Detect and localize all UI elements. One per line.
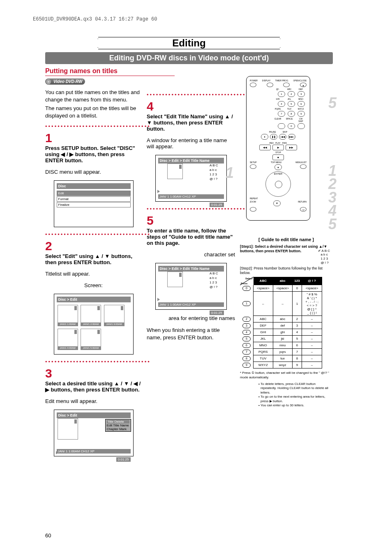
charset-symbols: @ ! ? <box>210 177 218 181</box>
table-cell: MNO <box>254 342 273 349</box>
numpad-fn[interactable] <box>297 123 305 129</box>
table-key-cell: 0 <box>240 285 254 292</box>
numpad-6[interactable]: 6 <box>297 101 305 107</box>
step-5-screen: Disc > Edit > Edit Title Name A B C a b … <box>155 263 227 310</box>
charset-symbols: @ ! ? <box>210 285 218 289</box>
table-cell: – <box>273 292 292 316</box>
numpad-label: WXYZ <box>297 108 305 110</box>
charset-123: 1 2 3 <box>210 173 218 176</box>
table-cell: wxyz <box>273 362 292 368</box>
chevron-left-icon <box>86 39 98 48</box>
numpad-8[interactable]: 8 <box>288 111 295 117</box>
power-button[interactable] <box>250 83 256 87</box>
menu-item-finalize: Finalize <box>57 202 131 207</box>
label-repeat: REPEAT <box>250 197 258 200</box>
display-button[interactable] <box>267 83 273 87</box>
char-set-label: character set <box>147 251 235 258</box>
topmenu-button[interactable]: ▲ <box>274 164 282 170</box>
step-4-sub: A window for entering a title name will … <box>147 137 235 150</box>
table-cell: 8 <box>292 355 302 362</box>
down-button[interactable]: ▼ <box>273 200 281 206</box>
open-close-button[interactable]: ▲ <box>300 83 307 87</box>
table-cell: WXYZ <box>254 362 273 368</box>
menu-item-format: Format <box>57 196 131 202</box>
setup-button[interactable] <box>250 164 256 169</box>
status-time: 0:01:25 <box>210 311 224 315</box>
guide-step-2: [Step2]: Press Number buttons following … <box>240 266 332 275</box>
status-left: JAN/ 1 1:00AM CH12 XP <box>159 303 196 306</box>
table-cell: DEF <box>254 322 273 329</box>
callout-left: 1 <box>226 164 234 182</box>
numpad-0[interactable]: 0 <box>288 123 295 129</box>
direction-pad[interactable]: ENTER <box>265 171 291 197</box>
numpad-3[interactable]: 3 <box>297 91 305 97</box>
rev-button[interactable]: ◀◀ <box>259 145 271 150</box>
table-key-cell: 1 <box>240 292 254 316</box>
thumb-caption: JAN/1 2:00AM <box>81 322 101 326</box>
pause-button[interactable]: ❚❚ <box>270 134 277 140</box>
play-button[interactable]: ▶ <box>272 145 284 150</box>
status-time: 0:01:25 <box>116 457 131 462</box>
title-thumbnail <box>58 418 78 440</box>
character-set-list: A B C a b c 1 2 3 @ ! ? <box>205 271 218 289</box>
divider-dots: •••••••••••••••••••••••••••••••• <box>147 92 235 98</box>
title-thumbnail <box>167 272 183 287</box>
step-3-text: Select a desired title using ▲ / ▼ / ◀ /… <box>45 380 142 393</box>
numpad-fn[interactable] <box>278 123 285 129</box>
intro-paragraph-2: The names you put on the titles will be … <box>45 105 142 119</box>
step-3-number: 3 <box>45 367 142 380</box>
step-2-number: 2 <box>45 240 142 252</box>
status-left: JAN/ 1 1:00AM CH12 XP <box>58 449 95 453</box>
divider-dots: •••••••••••••••••••••••••••••••••• <box>45 231 142 237</box>
submenu-item-delete: Title Delete <box>107 420 129 424</box>
character-table: Select Press ABC abc 123 @ ! ? 0<space><… <box>240 277 322 369</box>
table-cell: 5 <box>292 336 302 342</box>
table-key-cell: 3 <box>240 322 254 329</box>
step-4-text: Select "Edit Title Name" using ▲ / ▼ but… <box>147 113 235 132</box>
submenu-item-chapter: Chapter Mark <box>107 427 129 431</box>
stop-button[interactable]: ■ <box>272 154 284 160</box>
table-cell: 1 <box>292 292 302 316</box>
menulist-button[interactable] <box>300 164 307 169</box>
table-cell: – <box>302 316 322 322</box>
status-left: JAN/ 1 1:00AM CH12 XP <box>159 195 196 198</box>
zoom-button[interactable] <box>250 207 256 212</box>
th-abc-lower: abc <box>273 277 292 285</box>
rec-button[interactable]: ● <box>261 134 268 140</box>
table-cell: – <box>302 342 322 349</box>
title-thumbnail: JAN/1 5:00AM <box>81 329 101 350</box>
table-key-cell: 8 <box>240 355 254 362</box>
numpad-2[interactable]: 2 <box>288 91 295 97</box>
table-key-cell: 5 <box>240 336 254 342</box>
table-cell: GHI <box>254 329 273 336</box>
numpad-4[interactable]: 4 <box>278 101 285 107</box>
enter-button[interactable] <box>275 181 282 188</box>
table-cell: PQRS <box>254 349 273 355</box>
th-symbols: @ ! ? <box>302 277 322 285</box>
th-abc-upper: ABC <box>254 277 273 285</box>
badge-label: Video DVD-RW <box>53 79 83 84</box>
subtitle-bar: Editing DVD-RW discs in Video mode (cont… <box>45 52 333 64</box>
guide-title: [ Guide to edit title name ] <box>240 237 332 242</box>
divider-dots: •••••••••••••••••••••••••••••••••• <box>45 123 142 129</box>
play-icon <box>157 298 160 301</box>
area-label: area for entering title names <box>147 315 235 321</box>
label-open: OPEN/CLOSE <box>293 79 307 82</box>
status-bar: JAN/ 1 1:00AM CH12 XP <box>158 194 224 199</box>
skip-next-button[interactable]: ▶▶| <box>288 134 295 140</box>
remote-control: POWER DISPLAY TIMER PROG. OPEN/CLOSE ▲ @… <box>246 76 310 221</box>
skip-prev-button[interactable]: |◀◀ <box>279 134 286 140</box>
numpad-5[interactable]: 5 <box>288 101 295 107</box>
table-cell: TUV <box>254 355 273 362</box>
numpad-1[interactable]: 1 <box>278 91 285 97</box>
charset-abc-upper: A B C <box>210 272 218 275</box>
timer-button[interactable] <box>283 83 290 87</box>
return-button[interactable]: ↩ <box>300 207 307 212</box>
fwd-button[interactable]: ▶▶ <box>286 145 297 150</box>
label-timer: TIMER PROG. <box>275 79 288 82</box>
numpad-9[interactable]: 9 <box>297 111 305 117</box>
title-thumbnail: JAN/1 3:00AM <box>104 305 125 326</box>
table-cell: <space> <box>254 285 273 292</box>
numpad-7[interactable]: 7 <box>278 111 285 117</box>
table-key-cell: 6 <box>240 342 254 349</box>
